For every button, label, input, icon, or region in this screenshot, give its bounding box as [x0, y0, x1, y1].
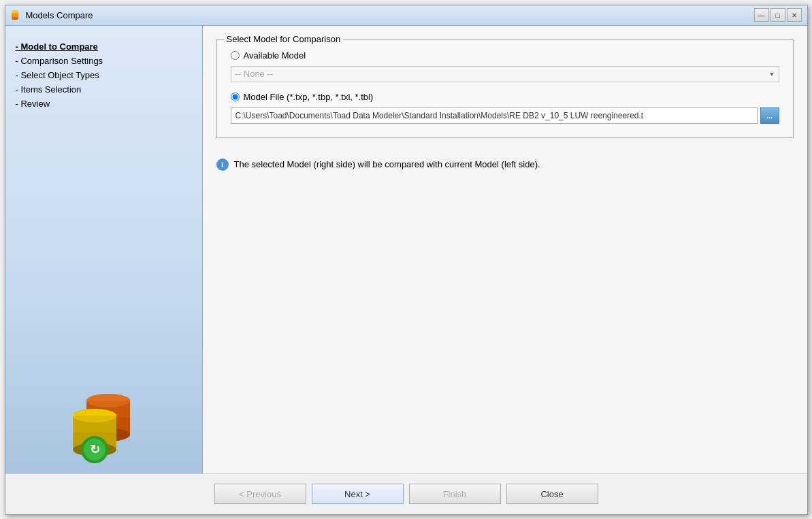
title-bar: Models Compare — □ ✕	[5, 5, 807, 26]
browse-button[interactable]: ...	[760, 107, 779, 124]
svg-point-3	[12, 13, 18, 16]
svg-rect-14	[73, 416, 116, 433]
close-button[interactable]: Close	[506, 484, 598, 504]
svg-point-4	[12, 17, 18, 20]
minimize-button[interactable]: —	[754, 8, 769, 22]
available-model-label[interactable]: Available Model	[244, 50, 306, 61]
main-content: - Model to Compare - Comparison Settings…	[5, 26, 807, 473]
db-compare-icon: ↻	[59, 382, 148, 463]
title-bar-buttons: — □ ✕	[754, 8, 802, 22]
available-model-radio[interactable]	[231, 51, 240, 60]
window-title: Models Compare	[26, 10, 93, 20]
info-line: i The selected Model (right side) will b…	[216, 158, 794, 171]
available-model-dropdown-row: -- None --	[231, 66, 779, 82]
sidebar-nav: - Model to Compare - Comparison Settings…	[16, 39, 192, 368]
svg-point-2	[12, 10, 18, 13]
app-icon	[11, 10, 22, 20]
sidebar-item-items-selection[interactable]: - Items Selection	[16, 82, 192, 97]
group-box-legend: Select Model for Comparison	[224, 34, 344, 44]
select-model-group: Select Model for Comparison Available Mo…	[216, 39, 794, 138]
info-icon: i	[216, 158, 229, 171]
previous-button[interactable]: < Previous	[214, 484, 306, 504]
available-model-dropdown-wrapper: -- None --	[231, 66, 779, 82]
maximize-button[interactable]: □	[770, 8, 785, 22]
title-bar-left: Models Compare	[11, 10, 93, 20]
right-panel: Select Model for Comparison Available Mo…	[203, 26, 807, 473]
sidebar-icon-area: ↻	[16, 368, 192, 463]
footer: < Previous Next > Finish Close	[5, 473, 807, 514]
sidebar-item-model-to-compare[interactable]: - Model to Compare	[16, 39, 192, 54]
available-model-dropdown[interactable]: -- None --	[231, 66, 779, 82]
close-button[interactable]: ✕	[787, 8, 802, 22]
file-path-row: ...	[231, 107, 779, 124]
file-path-input[interactable]	[231, 107, 758, 124]
next-button[interactable]: Next >	[312, 484, 404, 504]
sidebar-item-review[interactable]: - Review	[16, 97, 192, 111]
model-file-row: Model File (*.txp, *.tbp, *.txl, *.tbl)	[231, 92, 779, 102]
sidebar: - Model to Compare - Comparison Settings…	[5, 26, 203, 473]
model-file-label[interactable]: Model File (*.txp, *.tbp, *.txl, *.tbl)	[244, 92, 374, 102]
main-window: Models Compare — □ ✕ - Model to Compare …	[5, 5, 808, 515]
svg-text:↻: ↻	[90, 443, 100, 456]
sidebar-item-select-object-types[interactable]: - Select Object Types	[16, 68, 192, 82]
info-text: The selected Model (right side) will be …	[234, 159, 540, 169]
sidebar-item-comparison-settings[interactable]: - Comparison Settings	[16, 54, 192, 68]
finish-button[interactable]: Finish	[409, 484, 501, 504]
model-file-radio[interactable]	[231, 93, 240, 101]
available-model-row: Available Model	[231, 50, 779, 61]
